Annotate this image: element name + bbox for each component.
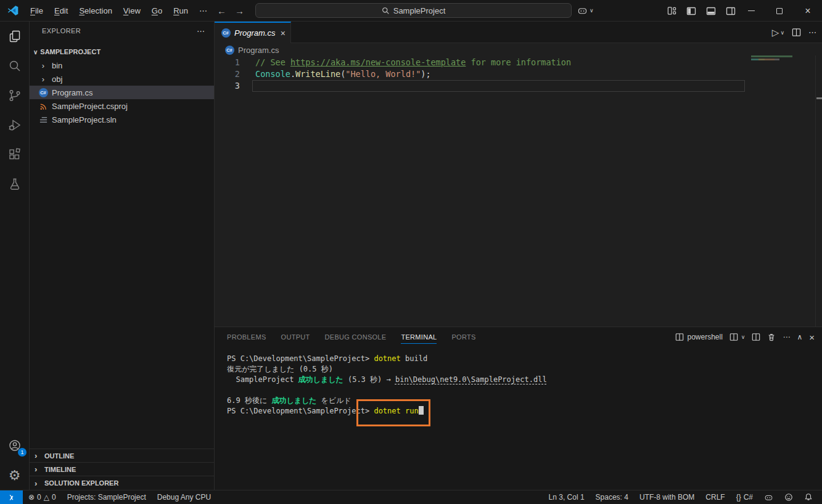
breadcrumb[interactable]: C# Program.cs bbox=[215, 43, 822, 57]
chevron-down-icon: ∨ bbox=[590, 7, 594, 14]
window-maximize-button[interactable] bbox=[765, 0, 794, 22]
search-icon bbox=[382, 7, 390, 15]
section-timeline[interactable]: › TIMELINE bbox=[30, 462, 214, 476]
root-folder-label: SAMPLEPROJECT bbox=[40, 48, 101, 55]
menu-view[interactable]: View bbox=[118, 0, 146, 22]
toggle-sidebar-icon[interactable] bbox=[686, 6, 696, 16]
tab-ports[interactable]: PORTS bbox=[451, 327, 475, 347]
code-line-1: 1 // See https://aka.ms/new-console-temp… bbox=[215, 57, 822, 68]
terminal-line bbox=[227, 385, 547, 396]
language-mode-button[interactable]: {} C# bbox=[731, 490, 758, 504]
settings-gear-icon[interactable]: ⚙ bbox=[0, 460, 29, 490]
csharp-file-icon: C# bbox=[221, 28, 231, 38]
run-debug-icon[interactable] bbox=[0, 110, 29, 140]
encoding-button[interactable]: UTF-8 with BOM bbox=[634, 490, 700, 504]
status-bar: ⊗ 0 △ 0 Projects: SampleProject Debug An… bbox=[0, 490, 822, 504]
search-view-icon[interactable] bbox=[0, 51, 29, 81]
tree-item-bin[interactable]: › bin bbox=[30, 59, 214, 72]
tree-root-sampleproject[interactable]: ∨ SAMPLEPROJECT bbox=[30, 45, 214, 59]
menu-selection[interactable]: Selection bbox=[73, 0, 117, 22]
section-label: OUTLINE bbox=[44, 452, 74, 460]
accounts-icon[interactable]: 1 bbox=[0, 431, 29, 460]
tab-program-cs[interactable]: C# Program.cs × bbox=[215, 22, 291, 43]
nav-back-icon[interactable]: ← bbox=[217, 6, 226, 16]
tree-item-program-cs[interactable]: C# Program.cs bbox=[30, 86, 214, 99]
run-code-button[interactable]: ▷ ∨ bbox=[772, 27, 784, 38]
build-config-status-button[interactable]: Debug Any CPU bbox=[152, 490, 216, 504]
close-panel-icon[interactable]: × bbox=[809, 332, 815, 343]
terminal-line: PS C:\Development\SampleProject> dotnet … bbox=[227, 354, 547, 364]
editor-more-actions-button[interactable]: ⋯ bbox=[808, 28, 817, 37]
problems-status-button[interactable]: ⊗ 0 △ 0 bbox=[23, 490, 62, 504]
chevron-down-icon: ∨ bbox=[741, 334, 746, 340]
tab-debug-console[interactable]: DEBUG CONSOLE bbox=[325, 327, 387, 347]
code-line-2: 2 Console.WriteLine("Hello, World!"); bbox=[215, 68, 822, 80]
window-minimize-button[interactable] bbox=[737, 0, 765, 22]
menu-edit[interactable]: Edit bbox=[49, 0, 73, 22]
ruler-cursor-marker bbox=[816, 97, 822, 99]
run-icon: ▷ bbox=[772, 27, 779, 38]
projects-status-button[interactable]: Projects: SampleProject bbox=[62, 490, 152, 504]
file-label: SampleProject.csproj bbox=[52, 102, 128, 111]
split-editor-icon[interactable] bbox=[792, 28, 801, 37]
sln-file-icon bbox=[38, 115, 48, 124]
tree-item-sln[interactable]: SampleProject.sln bbox=[30, 113, 214, 126]
tree-item-csproj[interactable]: SampleProject.csproj bbox=[30, 99, 214, 113]
tab-problems[interactable]: PROBLEMS bbox=[227, 327, 266, 347]
activity-bar: 1 ⚙ bbox=[0, 22, 30, 490]
indentation-button[interactable]: Spaces: 4 bbox=[590, 490, 634, 504]
menu-file[interactable]: File bbox=[25, 0, 49, 22]
account-badge: 1 bbox=[18, 448, 27, 457]
customize-layout-icon[interactable] bbox=[667, 6, 676, 15]
testing-icon[interactable] bbox=[0, 169, 29, 199]
menu-more-button[interactable]: ⋯ bbox=[194, 6, 213, 15]
explorer-icon[interactable] bbox=[0, 22, 29, 51]
menu-go[interactable]: Go bbox=[146, 0, 168, 22]
code-link[interactable]: https://aka.ms/new-console-template bbox=[290, 57, 466, 67]
maximize-panel-icon[interactable]: ∧ bbox=[797, 333, 802, 341]
window-close-button[interactable]: × bbox=[794, 0, 822, 22]
section-solution-explorer[interactable]: › SOLUTION EXPLORER bbox=[30, 476, 214, 490]
folder-label: bin bbox=[52, 61, 62, 70]
terminal-line: SampleProject 成功しました (5.3 秒) → bin\Debug… bbox=[227, 375, 547, 385]
cursor-position-button[interactable]: Ln 3, Col 1 bbox=[543, 490, 590, 504]
remote-indicator-button[interactable] bbox=[0, 490, 23, 504]
toggle-panel-icon[interactable] bbox=[706, 6, 716, 16]
shell-label: powershell bbox=[687, 333, 722, 341]
code-area[interactable]: 1 // See https://aka.ms/new-console-temp… bbox=[215, 57, 822, 92]
notifications-bell-icon[interactable] bbox=[799, 490, 818, 504]
vscode-logo-icon bbox=[7, 5, 18, 16]
minimap[interactable] bbox=[751, 55, 792, 60]
tab-terminal[interactable]: TERMINAL bbox=[401, 327, 437, 347]
terminal-file-link[interactable]: bin\Debug\net9.0\SampleProject.dll bbox=[395, 375, 547, 384]
copilot-menu-button[interactable]: ∨ bbox=[577, 2, 594, 18]
toggle-secondary-sidebar-icon[interactable] bbox=[726, 6, 736, 16]
sidebar-title: EXPLORER bbox=[42, 27, 81, 35]
breadcrumb-item[interactable]: Program.cs bbox=[238, 46, 279, 55]
new-terminal-dropdown-button[interactable]: ∨ bbox=[730, 333, 746, 341]
csproj-file-icon bbox=[38, 101, 48, 111]
menu-run[interactable]: Run bbox=[168, 0, 194, 22]
panel-more-actions-button[interactable]: ⋯ bbox=[783, 333, 790, 341]
section-outline[interactable]: › OUTLINE bbox=[30, 449, 214, 462]
error-icon: ⊗ bbox=[28, 493, 35, 502]
editor-tab-bar: C# Program.cs × bbox=[215, 22, 822, 43]
chevron-down-icon: ∨ bbox=[780, 30, 784, 36]
split-terminal-icon[interactable] bbox=[752, 333, 760, 341]
annotation-highlight bbox=[356, 399, 430, 426]
explorer-more-actions-button[interactable]: ⋯ bbox=[197, 26, 205, 36]
line-number: 2 bbox=[215, 68, 240, 80]
kill-terminal-icon[interactable] bbox=[767, 333, 776, 341]
tab-output[interactable]: OUTPUT bbox=[281, 327, 310, 347]
nav-forward-icon[interactable]: → bbox=[235, 6, 244, 16]
command-center-search[interactable]: SampleProject bbox=[255, 3, 572, 18]
copilot-status-icon[interactable] bbox=[758, 490, 779, 504]
tab-close-icon[interactable]: × bbox=[281, 28, 286, 38]
tree-item-obj[interactable]: › obj bbox=[30, 72, 214, 86]
overview-ruler[interactable] bbox=[815, 55, 821, 327]
feedback-icon[interactable] bbox=[779, 490, 799, 504]
terminal-profile-item[interactable]: powershell bbox=[675, 333, 722, 341]
extensions-icon[interactable] bbox=[0, 140, 29, 169]
source-control-icon[interactable] bbox=[0, 81, 29, 110]
eol-button[interactable]: CRLF bbox=[700, 490, 730, 504]
